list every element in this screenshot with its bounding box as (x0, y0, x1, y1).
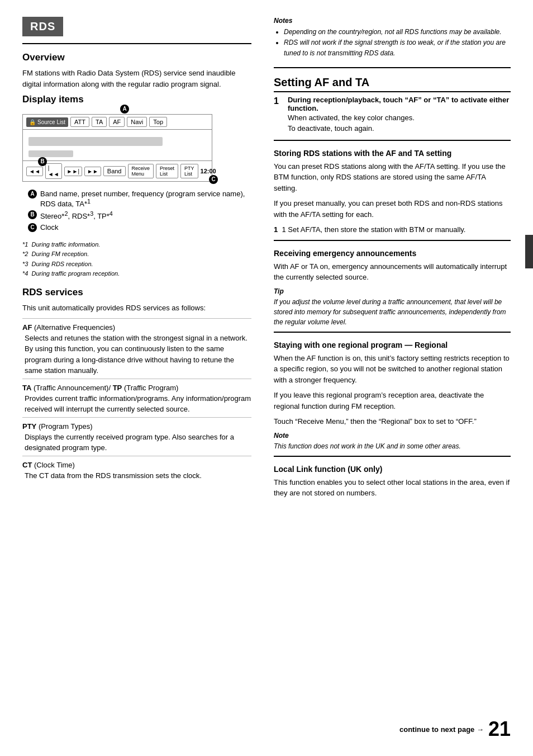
annotation-a: A Band name, preset number, frequency (p… (28, 190, 251, 208)
setting-af-ta-heading: Setting AF and TA (274, 76, 511, 92)
band-btn[interactable]: Band (103, 166, 126, 176)
service-pty-desc: Displays the currently received program … (25, 432, 251, 453)
regional-note-body: This function does not work in the UK an… (274, 441, 511, 451)
service-af-header: AF (Alternative Frequencies) (22, 323, 251, 332)
preset-list-btn[interactable]: PresetList (156, 164, 178, 178)
display-bar-bottom (28, 150, 73, 157)
rewind-btn[interactable]: ◄◄ (26, 167, 43, 176)
service-ta-tp: TA (Traffic Announcement)/ TP (Traffic P… (22, 379, 251, 415)
af-btn[interactable]: AF (109, 117, 125, 127)
prev-btn[interactable]: |◄◄ (45, 163, 62, 179)
storing-rds-step1: 1 1 Set AF/TA, then store the station wi… (274, 224, 511, 235)
footnote-3: *3 During RDS reception. (22, 259, 251, 270)
display-items-heading: Display items (22, 94, 251, 105)
next-btn[interactable]: ►►| (64, 167, 82, 176)
storing-rds-heading: Storing RDS stations with the AF and TA … (274, 149, 511, 158)
source-list-btn[interactable]: 🔒 Source List (26, 117, 68, 127)
regional-divider (274, 332, 511, 333)
service-pty: PTY (Program Types) Displays the current… (22, 417, 251, 453)
label-a-circle: A (120, 105, 129, 114)
label-c-indicator: C (209, 174, 218, 184)
notes-box: Notes Depending on the country/region, n… (274, 17, 511, 59)
notes-list: Depending on the country/region, not all… (274, 27, 511, 59)
regional-body1: When the AF function is on, this unit’s … (274, 353, 511, 386)
overview-body: FM stations with Radio Data System (RDS)… (22, 68, 251, 89)
label-c-circle: C (209, 175, 218, 184)
local-link-body: This function enables you to select othe… (274, 477, 511, 499)
storing-step1-text: 1 Set AF/TA, then store the station with… (282, 225, 465, 234)
regional-note-box: Note This function does not work in the … (274, 432, 511, 451)
service-pty-fullname: (Program Types) (39, 422, 93, 431)
display-bar-top (28, 137, 163, 146)
pty-list-btn[interactable]: PTYList (180, 164, 198, 178)
service-af-fullname: (Alternative Frequencies) (34, 323, 115, 332)
receive-menu-btn[interactable]: ReceiveMenu (128, 164, 154, 178)
service-ct-desc: The CT data from the RDS transmission se… (25, 470, 251, 481)
emergency-body: With AF or TA on, emergency announcement… (274, 261, 511, 283)
footnote-2: *2 During FM reception. (22, 249, 251, 259)
annotation-c: C Clock (28, 223, 251, 232)
local-link-heading: Local Link function (UK only) (274, 465, 511, 474)
diagram-middle (23, 130, 212, 160)
service-ta-tp-desc: Provides current traffic information/pro… (25, 393, 251, 415)
ta-btn[interactable]: TA (92, 117, 107, 127)
right-column: Notes Depending on the country/region, n… (263, 0, 533, 756)
rds-services-heading: RDS services (22, 287, 251, 298)
service-af-desc: Selects and retunes the station with the… (25, 333, 251, 376)
label-b-circle: B (38, 157, 47, 166)
tip-title: Tip (274, 287, 511, 295)
annotation-b-circle: B (28, 210, 37, 219)
annotation-a-text: Band name, preset number, frequency (pro… (40, 190, 251, 208)
annotation-c-circle: C (28, 223, 37, 232)
storing-divider (274, 140, 511, 141)
top-btn[interactable]: Top (149, 117, 167, 127)
overview-heading: Overview (22, 52, 251, 63)
diagram-top-row: 🔒 Source List ATT TA AF Navi Top (23, 115, 212, 130)
annotation-b-text: Stereo*2, RDS*3, TP*4 (40, 210, 113, 220)
service-ta-name: TA (22, 384, 31, 392)
att-btn[interactable]: ATT (70, 117, 89, 127)
note-item-2: RDS will not work if the signal strength… (284, 37, 511, 59)
service-ct-header: CT (Clock Time) (22, 461, 251, 469)
service-ct-name: CT (22, 461, 32, 469)
label-a-indicator: A (120, 104, 129, 114)
navi-btn[interactable]: Navi (127, 117, 147, 127)
diagram-bottom-row: ◄◄ |◄◄ ►►| ►► Band ReceiveMenu PresetLis… (23, 160, 212, 181)
label-b-indicator: B (38, 157, 47, 166)
step-1-bold-text: During reception/playback, touch “AF” or… (288, 96, 511, 112)
source-icon: 🔒 (29, 119, 36, 125)
service-ct-fullname: (Clock Time) (34, 461, 75, 469)
source-list-label: Source List (37, 119, 65, 125)
service-tp-name: TP (113, 384, 122, 392)
service-tp-fullname: (Traffic Program) (124, 384, 179, 392)
diagram-wrapper: A 🔒 Source List ATT TA AF Navi Top (22, 114, 223, 182)
ffwd-btn[interactable]: ►► (84, 167, 101, 176)
service-af: AF (Alternative Frequencies) Selects and… (22, 318, 251, 376)
emergency-heading: Receiving emergency announcements (274, 249, 511, 258)
rds-services-intro: This unit automatically provides RDS ser… (22, 303, 251, 314)
step-1-number: 1 (274, 96, 279, 107)
tip-body: If you adjust the volume level during a … (274, 297, 511, 327)
storing-rds-body2: If you preset manually, you can preset b… (274, 198, 511, 220)
step-1: 1 During reception/playback, touch “AF” … (274, 96, 511, 134)
service-af-name: AF (22, 323, 32, 332)
right-tab (525, 235, 533, 268)
tip-box: Tip If you adjust the volume level durin… (274, 287, 511, 327)
service-pty-name: PTY (22, 422, 36, 431)
regional-heading: Staying with one regional program — Regi… (274, 341, 511, 349)
regional-body2: If you leave this regional program’s rec… (274, 390, 511, 412)
diagram-time: 12:00 (201, 168, 216, 174)
page-number: 21 (488, 719, 511, 739)
step-1-text-1: When activated, the key color changes. (288, 112, 511, 124)
storing-rds-body1: You can preset RDS stations along with t… (274, 161, 511, 194)
emergency-divider (274, 240, 511, 241)
step-1-text-2: To deactivate, touch again. (288, 123, 511, 134)
annotation-a-circle: A (28, 190, 37, 199)
top-divider (22, 43, 251, 44)
display-diagram: 🔒 Source List ATT TA AF Navi Top (22, 114, 212, 182)
service-ta-fullname: (Traffic Announcement)/ (34, 384, 111, 392)
service-pty-header: PTY (Program Types) (22, 422, 251, 431)
footnotes: *1 During traffic information. *2 During… (22, 240, 251, 279)
continue-text: continue to next page → (399, 725, 484, 734)
service-ct: CT (Clock Time) The CT data from the RDS… (22, 456, 251, 481)
